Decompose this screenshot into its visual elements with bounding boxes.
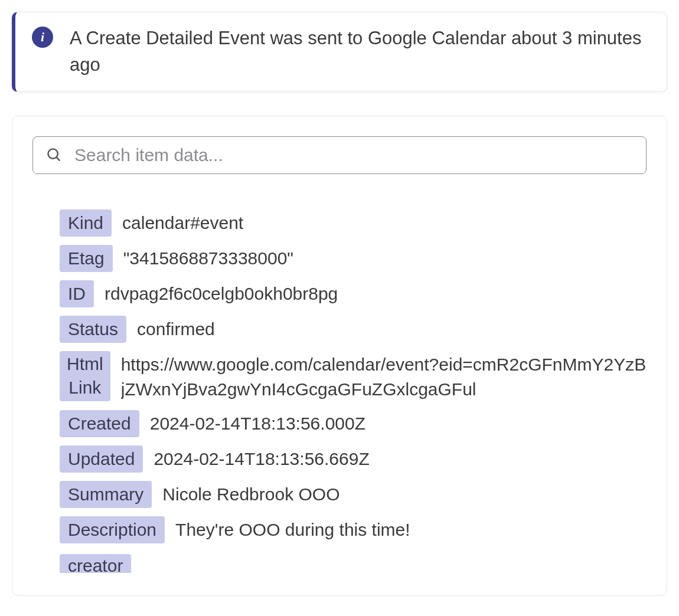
field-key-partial: creator <box>60 554 131 573</box>
field-value: 2024-02-14T18:13:56.669Z <box>154 445 369 471</box>
field-key: Status <box>60 316 126 343</box>
field-value: "3415868873338000" <box>123 245 293 271</box>
search-input[interactable] <box>74 145 634 165</box>
field-value: https://www.google.com/calendar/event?ei… <box>121 351 647 402</box>
field-list: Kind calendar#event Etag "34158688733380… <box>32 209 647 575</box>
field-key: Updated <box>60 445 143 473</box>
field-key: Etag <box>60 245 113 272</box>
field-row-htmllink: Html Link https://www.google.com/calenda… <box>60 351 647 402</box>
search-icon <box>45 146 64 165</box>
field-row-created: Created 2024-02-14T18:13:56.000Z <box>60 410 647 437</box>
svg-line-1 <box>57 157 60 160</box>
field-value: Nicole Redbrook OOO <box>162 481 340 507</box>
field-row-updated: Updated 2024-02-14T18:13:56.669Z <box>60 445 647 473</box>
search-wrapper[interactable] <box>32 136 647 174</box>
svg-point-0 <box>48 149 58 158</box>
info-icon: i <box>32 27 53 48</box>
field-key: Html Link <box>60 351 110 401</box>
field-row-kind: Kind calendar#event <box>60 209 647 237</box>
field-row-description: Description They're OOO during this time… <box>60 516 647 543</box>
field-key: ID <box>60 280 94 307</box>
data-panel: Kind calendar#event Etag "34158688733380… <box>12 116 667 596</box>
field-value: confirmed <box>137 316 215 342</box>
field-key: Summary <box>60 481 152 508</box>
field-key-line2: Link <box>68 376 101 400</box>
info-banner-text: A Create Detailed Event was sent to Goog… <box>70 25 650 78</box>
field-row-id: ID rdvpag2f6c0celgb0okh0br8pg <box>60 280 647 307</box>
field-value: 2024-02-14T18:13:56.000Z <box>150 410 365 436</box>
field-row-summary: Summary Nicole Redbrook OOO <box>60 481 647 508</box>
field-value: rdvpag2f6c0celgb0okh0br8pg <box>105 280 338 306</box>
field-key-line1: Html <box>67 352 103 376</box>
field-key: Created <box>60 410 139 437</box>
field-row-creator: creator <box>60 552 647 575</box>
field-key: Kind <box>60 209 112 237</box>
field-value: They're OOO during this time! <box>175 516 410 542</box>
field-value: calendar#event <box>122 209 243 235</box>
field-row-etag: Etag "3415868873338000" <box>60 245 647 272</box>
info-banner: i A Create Detailed Event was sent to Go… <box>12 12 667 92</box>
field-key: Description <box>60 516 165 543</box>
field-row-status: Status confirmed <box>60 316 647 343</box>
